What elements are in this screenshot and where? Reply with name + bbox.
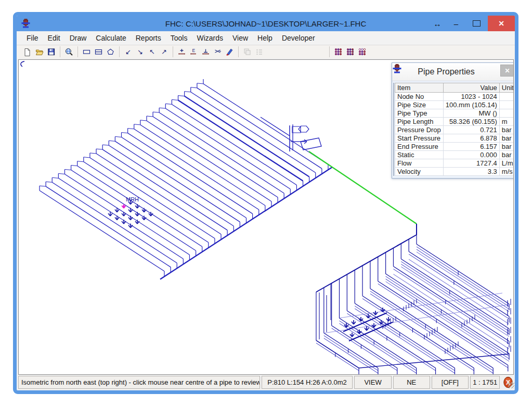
status-view-mode[interactable]: VIEW [354,376,391,389]
val-cell: 6.878 [443,134,499,143]
menu-item-wizards[interactable]: Wizards [192,32,228,44]
table-row: Flow1727.4L/m [395,159,514,168]
add-node-tool-icon[interactable] [176,46,188,57]
unit-cell: bar [499,151,514,159]
elevation-node-tool-icon[interactable]: E [188,46,200,57]
flip-icon[interactable]: ↔ [428,19,447,28]
status-orientation[interactable]: NE [393,376,430,389]
val-cell: 6.157 [443,143,499,151]
toolbar-group [329,46,371,57]
menu-bar: FileEditDrawCalculateReportsToolsWizards… [17,31,515,45]
unit-cell: m/s [499,168,514,176]
save-file-icon[interactable] [45,46,57,57]
menu-item-help[interactable]: Help [253,32,277,44]
column-header-item: Item [395,83,444,93]
table-row: Velocity3.3m/s [395,168,514,176]
toolbar: ↙↘↖↗E [17,45,515,58]
maximize-button[interactable] [473,20,481,27]
table-row: Start Pressure6.878bar [395,134,514,143]
open-file-icon[interactable] [33,46,45,57]
table-row: Static0.000bar [395,151,514,159]
status-toggle[interactable]: [OFF] [432,376,469,389]
dots-grid-open-icon[interactable] [356,46,368,57]
break-pipe-tool-icon[interactable] [212,46,224,57]
close-button[interactable]: ✕ [488,16,515,31]
table-row: Pipe Length58.326 (60.155)m [395,118,514,126]
menu-item-tools[interactable]: Tools [166,32,192,44]
menu-item-draw[interactable]: Draw [65,32,92,44]
title-bar: FHC: C:\USERS\JOHNAD~1\DESKTOP\LARGER~1.… [17,16,515,31]
status-scale: 1 : 1751 [470,376,500,389]
unit-cell: bar [499,126,514,134]
val-cell: 1727.4 [443,159,499,168]
menu-item-developer[interactable]: Developer [277,32,320,44]
item-cell: Start Pressure [395,134,444,143]
copy-disabled-icon[interactable] [241,46,253,57]
toolbar-group [60,46,77,57]
column-header-value: Value [443,83,499,93]
item-cell: Flow [395,159,444,168]
item-cell: Pipe Size [395,101,444,109]
item-cell: Pressure Drop [395,126,444,134]
item-cell: Node No [395,93,444,101]
toolbar-group [238,46,268,57]
list-disabled-icon[interactable] [253,46,265,57]
item-cell: Pipe Length [395,118,444,126]
menu-item-file[interactable]: File [22,32,43,44]
unit-cell: m [499,118,514,126]
arrow-ne-icon[interactable]: ↗ [158,46,170,57]
status-stats: P:810 L:154 H:26 A:0.0m2 [262,376,353,389]
status-message: Isometric from north east (top right) - … [18,376,260,389]
arrow-se-icon[interactable]: ↘ [134,46,146,57]
split-rectangle-tool-icon[interactable] [93,46,105,57]
table-row: Node No1023 - 1024 [395,93,514,101]
unit-cell: bar [499,134,514,143]
zoom-tool-icon[interactable] [63,46,75,57]
panel-title: Pipe Properties [392,67,500,77]
unit-cell [499,101,514,109]
rectangle-tool-icon[interactable] [81,46,93,57]
svg-text:E: E [192,48,196,53]
item-cell: Static [395,151,444,159]
pipe-properties-titlebar[interactable]: Pipe Properties ✕ [392,63,514,81]
arrow-nw-icon[interactable]: ↖ [146,46,158,57]
drawing-canvas[interactable]: MRH Pipe Properties ✕ ItemValueUnit Node… [18,59,514,375]
window-controls: ↔ – ✕ [428,16,515,31]
toolbar-group [19,46,60,57]
menu-item-calculate[interactable]: Calculate [91,32,131,44]
unit-cell [499,109,514,118]
table-row: End Pressure6.157bar [395,143,514,151]
menu-item-edit[interactable]: Edit [43,32,65,44]
val-cell: 3.3 [443,168,499,176]
unit-cell: bar [499,143,514,151]
dots-grid-selection-icon[interactable] [344,46,356,57]
new-document-icon[interactable] [21,46,33,57]
minimize-button[interactable]: – [447,19,465,28]
menu-item-reports[interactable]: Reports [131,32,166,44]
panel-close-button[interactable]: ✕ [500,65,514,77]
toolbar-group [77,46,119,57]
arrow-sw-icon[interactable]: ↙ [122,46,134,57]
column-header-unit: Unit [499,83,514,93]
app-window: FHC: C:\USERS\JOHNAD~1\DESKTOP\LARGER~1.… [13,12,518,394]
panel-gutter [393,83,394,176]
polygon-tool-icon[interactable] [105,46,116,57]
val-cell: 0.721 [443,126,499,134]
item-cell: End Pressure [395,143,444,151]
unit-cell: L/m [499,159,514,168]
tee-node-tool-icon[interactable] [200,46,212,57]
table-row: Pipe TypeMW () [395,109,514,118]
toolbar-group: E [173,46,238,57]
val-cell: MW () [443,109,499,118]
table-row: Pressure Drop0.721bar [395,126,514,134]
toolbar-group: ↙↘↖↗ [119,46,173,57]
val-cell: 0.000 [443,151,499,159]
table-header-row: ItemValueUnit [395,83,514,93]
unit-cell [499,93,514,101]
status-bar: Isometric from north east (top right) - … [18,376,515,389]
pipe-properties-panel: Pipe Properties ✕ ItemValueUnit Node No1… [392,62,514,179]
menu-item-view[interactable]: View [228,32,253,44]
dots-grid-plain-icon[interactable] [332,46,344,57]
eraser-tool-icon[interactable] [224,46,236,57]
val-cell: 100.mm (105.14) [443,101,499,109]
